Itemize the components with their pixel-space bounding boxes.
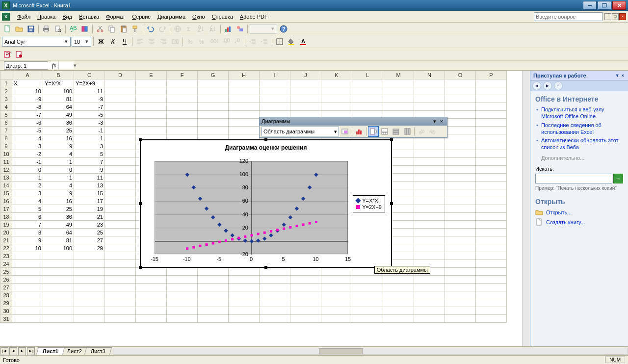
- cell-C23[interactable]: [74, 252, 105, 260]
- cell-M27[interactable]: [383, 284, 414, 291]
- col-header-P[interactable]: P: [476, 71, 507, 79]
- cell-C18[interactable]: 21: [74, 213, 105, 221]
- cell-P21[interactable]: [476, 236, 507, 244]
- zoom-dropdown[interactable]: ▾: [250, 24, 277, 34]
- cell-P15[interactable]: [476, 189, 507, 197]
- col-header-B[interactable]: B: [43, 71, 74, 79]
- cell-J4[interactable]: [290, 103, 321, 111]
- cell-B16[interactable]: 16: [43, 197, 74, 205]
- chart-element-combo[interactable]: Область диаграммы▾: [262, 127, 339, 136]
- cell-H7[interactable]: [229, 127, 260, 134]
- cell-K27[interactable]: [321, 284, 352, 291]
- cell-D24[interactable]: [105, 260, 136, 268]
- menu-формат[interactable]: Формат: [103, 12, 129, 21]
- angle-cw-icon[interactable]: ab: [427, 126, 438, 137]
- cell-M26[interactable]: [383, 276, 414, 284]
- cell-N17[interactable]: [414, 205, 445, 213]
- cell-B1[interactable]: Y=X*X: [43, 79, 74, 87]
- cell-P17[interactable]: [476, 205, 507, 213]
- cell-A26[interactable]: [12, 276, 43, 284]
- row-header-18[interactable]: 18: [0, 213, 12, 221]
- cell-A28[interactable]: [12, 291, 43, 299]
- currency-icon[interactable]: %: [185, 36, 196, 47]
- cell-L4[interactable]: [352, 103, 383, 111]
- mdi-restore-button[interactable]: □: [612, 13, 619, 20]
- cell-O30[interactable]: [445, 307, 476, 315]
- cell-D30[interactable]: [105, 307, 136, 315]
- row-header-29[interactable]: 29: [0, 299, 12, 307]
- new-workbook-link[interactable]: Создать книгу...: [535, 218, 623, 226]
- cell-J2[interactable]: [290, 87, 321, 95]
- cell-J1[interactable]: [290, 79, 321, 87]
- cell-D23[interactable]: [105, 252, 136, 260]
- cell-K4[interactable]: [321, 103, 352, 111]
- cell-E1[interactable]: [136, 79, 167, 87]
- cell-P8[interactable]: [476, 134, 507, 142]
- cell-O29[interactable]: [445, 299, 476, 307]
- cell-D31[interactable]: [105, 315, 136, 323]
- cell-E26[interactable]: [136, 276, 167, 284]
- cell-P30[interactable]: [476, 307, 507, 315]
- menu-файл[interactable]: Файл: [14, 12, 34, 21]
- cell-B24[interactable]: [43, 260, 74, 268]
- cell-O12[interactable]: [445, 166, 476, 174]
- align-center-icon[interactable]: [146, 36, 157, 47]
- col-header-H[interactable]: H: [229, 71, 260, 79]
- cell-C31[interactable]: [74, 315, 105, 323]
- cell-J29[interactable]: [290, 299, 321, 307]
- cell-M1[interactable]: [383, 79, 414, 87]
- cell-L30[interactable]: [352, 307, 383, 315]
- row-header-4[interactable]: 4: [0, 103, 12, 111]
- cell-P29[interactable]: [476, 299, 507, 307]
- row-header-1[interactable]: 1: [0, 79, 12, 87]
- cell-D22[interactable]: [105, 244, 136, 252]
- cell-I1[interactable]: [260, 79, 290, 87]
- cell-E28[interactable]: [136, 291, 167, 299]
- cell-N30[interactable]: [414, 307, 445, 315]
- chart-wizard-icon[interactable]: [223, 24, 234, 34]
- cell-C8[interactable]: 1: [74, 134, 105, 142]
- menu-диаграмма[interactable]: Диаграмма: [154, 12, 189, 21]
- cell-I31[interactable]: [260, 315, 290, 323]
- row-header-9[interactable]: 9: [0, 142, 12, 150]
- cell-P27[interactable]: [476, 284, 507, 291]
- cell-N29[interactable]: [414, 299, 445, 307]
- cell-A27[interactable]: [12, 284, 43, 291]
- cell-O7[interactable]: [445, 127, 476, 134]
- cell-B9[interactable]: 9: [43, 142, 74, 150]
- search-go-button[interactable]: →: [613, 174, 623, 183]
- pdf-icon-1[interactable]: PDF: [2, 49, 13, 60]
- menu-вставка[interactable]: Вставка: [76, 12, 103, 21]
- cell-A8[interactable]: -4: [12, 134, 43, 142]
- cell-P10[interactable]: [476, 150, 507, 158]
- tab-first-icon[interactable]: |◄: [0, 347, 8, 355]
- tp-link-2[interactable]: Автоматически обновлять этот список из В…: [535, 137, 623, 151]
- cell-C15[interactable]: 15: [74, 189, 105, 197]
- cell-B28[interactable]: [43, 291, 74, 299]
- cell-P28[interactable]: [476, 291, 507, 299]
- cell-K3[interactable]: [321, 95, 352, 103]
- cell-A16[interactable]: 4: [12, 197, 43, 205]
- cell-O14[interactable]: [445, 182, 476, 189]
- cell-N4[interactable]: [414, 103, 445, 111]
- cell-A21[interactable]: 9: [12, 236, 43, 244]
- name-box[interactable]: ▾: [4, 61, 48, 70]
- cell-E30[interactable]: [136, 307, 167, 315]
- open-link[interactable]: Открыть...: [535, 208, 623, 216]
- cell-O23[interactable]: [445, 252, 476, 260]
- increase-indent-icon[interactable]: [259, 36, 270, 47]
- cell-P18[interactable]: [476, 213, 507, 221]
- cell-J26[interactable]: [290, 276, 321, 284]
- row-header-3[interactable]: 3: [0, 95, 12, 103]
- cell-A3[interactable]: -9: [12, 95, 43, 103]
- cell-O1[interactable]: [445, 79, 476, 87]
- cell-O31[interactable]: [445, 315, 476, 323]
- cell-O22[interactable]: [445, 244, 476, 252]
- cell-B17[interactable]: 25: [43, 205, 74, 213]
- cell-C2[interactable]: -11: [74, 87, 105, 95]
- cell-O17[interactable]: [445, 205, 476, 213]
- format-selection-icon[interactable]: [340, 126, 350, 137]
- open-icon[interactable]: [14, 24, 25, 34]
- menu-окно[interactable]: Окно: [189, 12, 209, 21]
- menu-правка[interactable]: Правка: [34, 12, 59, 21]
